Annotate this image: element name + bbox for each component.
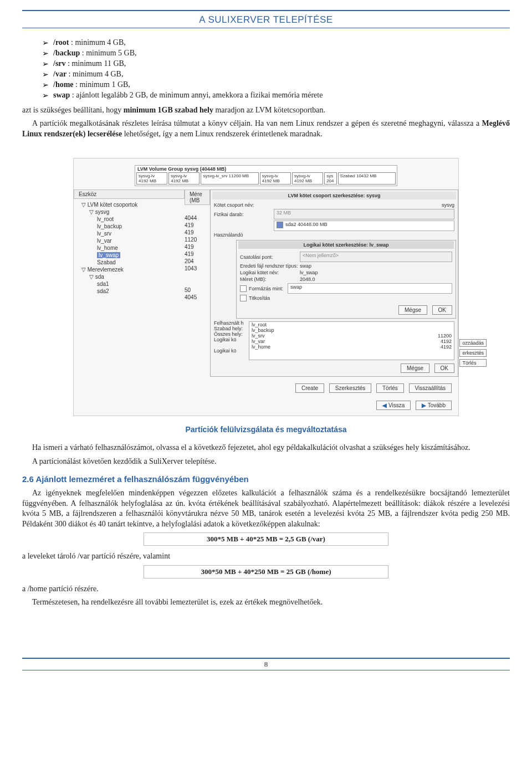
formula-var: 300*5 MB + 40*25 MB = 2,5 GB (/var) [144, 532, 388, 546]
section-2-6-title: 2.6 Ajánlott lemezméret a felhasználószá… [22, 474, 510, 484]
tree-header-device: Eszköz [74, 190, 185, 199]
para-home-note: a /home partíció részére. [22, 584, 510, 594]
para-usercount: Ha ismeri a várható felhasználószámot, o… [22, 443, 510, 453]
mount-point-select[interactable]: <Nem jellemző> [300, 252, 452, 262]
tree-header-size: Mére (MB [185, 190, 210, 205]
page-header: A SULIXERVER TELEPÍTÉSE [22, 13, 510, 28]
delete-small-button[interactable]: Törlés [459, 359, 487, 367]
para-extend: Természetesen, ha rendelkezésre áll tová… [22, 597, 510, 607]
para-lvm-note: azt is szükséges beállítani, hogy minimu… [22, 105, 510, 115]
para-quota: Az igényeknek megfelelően mindenképpen v… [22, 488, 510, 529]
delete-button[interactable]: Törlés [376, 383, 404, 393]
lv-edit-dialog: Logikai kötet szerkesztése: lv_swap Csat… [236, 240, 456, 319]
back-button[interactable]: ◀ Vissza [376, 401, 411, 410]
physical-extent-input[interactable]: 32 MB [274, 209, 454, 219]
formula-home: 300*50 MB + 40*250 MB = 25 GB (/home) [144, 565, 388, 578]
inner-ok-button[interactable]: OK [432, 305, 452, 315]
page-number: 8 [22, 658, 510, 670]
vg-edit-dialog: LVM kötet csoport szerkesztése: sysvg Kö… [210, 190, 458, 377]
partition-screenshot: LVM Volume Group sysvg (40448 MB) sysvg-… [73, 158, 459, 416]
reset-button[interactable]: Visszaállítás [409, 383, 452, 393]
lv-list[interactable]: lv_root lv_backup lv_srv11200 lv_var4192… [249, 321, 454, 360]
para-var-note: a leveleket tároló /var partíció részére… [22, 551, 510, 561]
outer-cancel-button[interactable]: Mégse [401, 363, 429, 373]
vg-title: LVM Volume Group sysvg (40448 MB) [135, 166, 397, 172]
para-after-partition: A partícionálást követően kezdődik a Sul… [22, 457, 510, 467]
outer-ok-button[interactable]: OK [434, 363, 454, 373]
edit-button[interactable]: Szerkesztés [329, 383, 371, 393]
inner-cancel-button[interactable]: Mégse [398, 305, 427, 315]
forward-button[interactable]: ▶ Tovább [416, 401, 452, 410]
format-as-select[interactable]: swap [288, 283, 452, 294]
edit-small-button[interactable]: erkesztés [459, 349, 487, 357]
para-partition-note: A partíciók megalkotásának részletes leí… [22, 119, 510, 139]
requirements-list: /root : minimum 4 GB, /backup : minimum … [42, 38, 510, 100]
create-button[interactable]: Create [295, 383, 324, 393]
figure-caption: Partíciók felülvizsgálata és megváltozta… [22, 425, 510, 434]
add-button[interactable]: ozzáadás [459, 339, 487, 347]
device-tree[interactable]: ▽ LVM kötet csoportok ▽ sysvg lv_root lv… [74, 199, 185, 297]
